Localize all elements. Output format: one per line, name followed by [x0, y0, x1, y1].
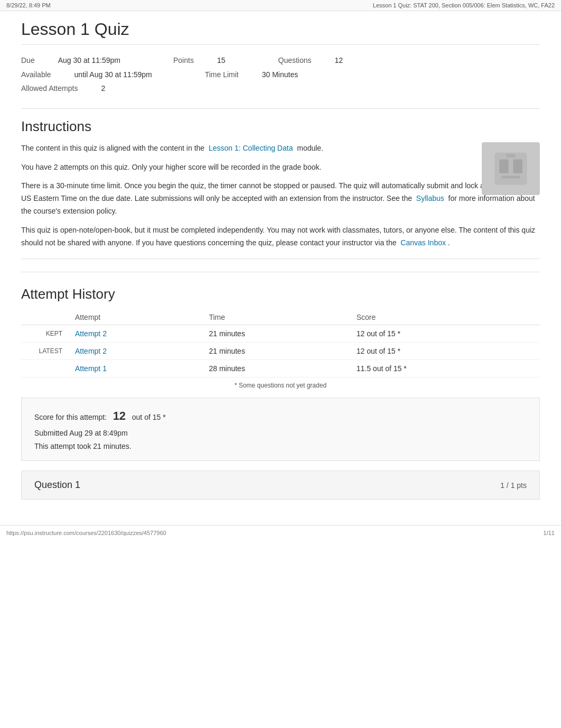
- allowed-attempts-value: 2: [101, 81, 105, 96]
- quiz-title: Lesson 1 Quiz: [21, 20, 540, 45]
- table-row: Attempt 1 28 minutes 11.5 out of 15 *: [21, 360, 540, 377]
- meta-row-2: Available until Aug 30 at 11:59pm Time L…: [21, 68, 540, 82]
- col-score: Score: [350, 310, 540, 325]
- due-value: Aug 30 at 11:59pm: [58, 53, 120, 68]
- score-suffix: out of 15 *: [132, 413, 166, 421]
- attempt-row-score: 12 out of 15 *: [350, 343, 540, 360]
- available-value: until Aug 30 at 11:59pm: [74, 68, 152, 82]
- due-label: Due: [21, 53, 35, 68]
- col-time: Time: [202, 310, 350, 325]
- svg-rect-2: [513, 159, 522, 173]
- svg-rect-4: [506, 154, 516, 158]
- points-label: Points: [173, 53, 194, 68]
- attempt-row-label: LATEST: [21, 343, 69, 360]
- points-value: 15: [217, 53, 226, 68]
- browser-timestamp: 8/29/22, 8:49 PM: [6, 2, 51, 8]
- svg-rect-3: [502, 176, 520, 178]
- attempt-row-label: [21, 360, 69, 377]
- attempt-link[interactable]: Attempt 2: [75, 347, 107, 355]
- attempt-footnote: * Some questions not yet graded: [21, 382, 540, 389]
- instructions-para4-after: .: [448, 238, 450, 247]
- score-value: 12: [113, 409, 126, 422]
- available-label: Available: [21, 68, 51, 82]
- attempt-row-link[interactable]: Attempt 2: [69, 325, 202, 343]
- question1-header: Question 1 1 / 1 pts: [21, 471, 540, 500]
- questions-value: 12: [335, 53, 343, 68]
- duration-line: This attempt took 21 minutes.: [34, 440, 527, 453]
- allowed-attempts-label: Allowed Attempts: [21, 81, 78, 96]
- score-line: Score for this attempt: 12 out of 15 *: [34, 406, 527, 427]
- svg-rect-1: [499, 159, 509, 173]
- table-row: LATEST Attempt 2 21 minutes 12 out of 15…: [21, 343, 540, 360]
- instructions-block: The content in this quiz is aligned with…: [21, 142, 540, 250]
- quiz-meta: Due Aug 30 at 11:59pm Points 15 Question…: [21, 53, 540, 96]
- instructions-para3: There is a 30-minute time limit. Once yo…: [21, 180, 540, 217]
- attempt-row-score: 12 out of 15 *: [350, 325, 540, 343]
- syllabus-link[interactable]: Syllabus: [416, 194, 444, 202]
- canvas-inbox-link[interactable]: Canvas Inbox: [400, 238, 446, 247]
- divider-2: [21, 259, 540, 259]
- page-footer: https://psu.instructure.com/courses/2201…: [0, 525, 561, 540]
- attempt-row-label: KEPT: [21, 325, 69, 343]
- attempt-row-score: 11.5 out of 15 *: [350, 360, 540, 377]
- lesson1-link[interactable]: Lesson 1: Collecting Data: [209, 144, 293, 152]
- attempt-table: Attempt Time Score KEPT Attempt 2 21 min…: [21, 310, 540, 377]
- main-content: Lesson 1 Quiz Due Aug 30 at 11:59pm Poin…: [0, 11, 561, 512]
- instructions-para2: You have 2 attempts on this quiz. Only y…: [21, 161, 540, 174]
- attempt-history-section: Attempt History Attempt Time Score KEPT …: [21, 272, 540, 389]
- question1-label: Question 1: [34, 480, 80, 491]
- instructions-para4: This quiz is open-note/open-book, but it…: [21, 224, 540, 250]
- attempt-row-time: 21 minutes: [202, 343, 350, 360]
- table-row: KEPT Attempt 2 21 minutes 12 out of 15 *: [21, 325, 540, 343]
- divider-1: [21, 108, 540, 109]
- instructions-para1-after: module.: [297, 144, 323, 152]
- col-attempt: Attempt: [69, 310, 202, 325]
- time-limit-value: 30 Minutes: [262, 68, 298, 82]
- canvas-image: [482, 142, 540, 195]
- questions-label: Questions: [278, 53, 312, 68]
- score-section: Score for this attempt: 12 out of 15 * S…: [21, 398, 540, 461]
- instructions-para1-before: The content in this quiz is aligned with…: [21, 144, 204, 152]
- instructions-para1: The content in this quiz is aligned with…: [21, 142, 540, 155]
- footer-url: https://psu.instructure.com/courses/2201…: [6, 530, 166, 536]
- score-label: Score for this attempt:: [34, 413, 107, 421]
- question1-pts: 1 / 1 pts: [500, 481, 527, 490]
- attempt-link[interactable]: Attempt 2: [75, 329, 107, 338]
- footer-page-number: 1/11: [544, 530, 555, 536]
- browser-page-title: Lesson 1 Quiz: STAT 200, Section 005/006…: [373, 2, 555, 8]
- attempt-row-link[interactable]: Attempt 1: [69, 360, 202, 377]
- meta-row-3: Allowed Attempts 2: [21, 81, 540, 96]
- submitted-line: Submitted Aug 29 at 8:49pm: [34, 427, 527, 440]
- browser-bar: 8/29/22, 8:49 PM Lesson 1 Quiz: STAT 200…: [0, 0, 561, 11]
- col-label: [21, 310, 69, 325]
- instructions-para4-before: This quiz is open-note/open-book, but it…: [21, 226, 535, 247]
- instructions-title: Instructions: [21, 118, 540, 135]
- time-limit-label: Time Limit: [205, 68, 239, 82]
- attempt-link[interactable]: Attempt 1: [75, 364, 107, 373]
- attempt-row-link[interactable]: Attempt 2: [69, 343, 202, 360]
- attempt-history-title: Attempt History: [21, 286, 540, 302]
- meta-row-1: Due Aug 30 at 11:59pm Points 15 Question…: [21, 53, 540, 68]
- attempt-row-time: 21 minutes: [202, 325, 350, 343]
- attempt-row-time: 28 minutes: [202, 360, 350, 377]
